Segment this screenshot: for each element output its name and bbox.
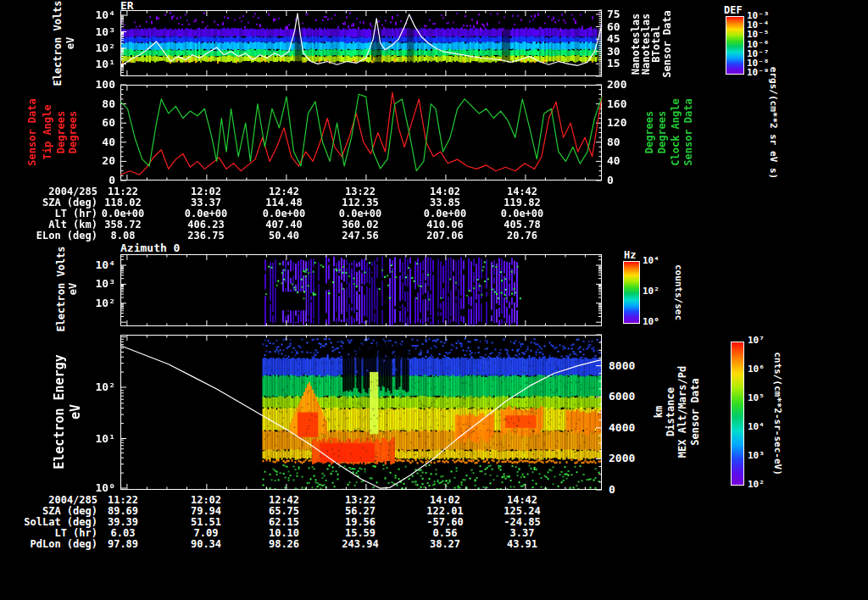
table2-value: 38.27 — [411, 539, 479, 550]
p4-right-tick: 0 — [609, 484, 646, 496]
axis-label: eV — [70, 404, 81, 419]
p4-right-tick: 6000 — [609, 391, 646, 403]
p1-ytick: 10³ — [81, 26, 115, 38]
cb3-tick: 10² — [748, 480, 773, 490]
p1-ytick: 10⁴ — [81, 9, 115, 21]
p2-left-tick: 20 — [81, 155, 115, 167]
colorbar-cnts — [731, 342, 744, 486]
p2-left-tick: 80 — [81, 98, 115, 110]
panel4-overlay — [120, 335, 602, 490]
table1-value: 20.76 — [488, 231, 556, 242]
p2-left-tick: 40 — [81, 136, 115, 148]
p1-ytick: 10¹ — [81, 58, 115, 70]
axis-label: MEX Alt/Mars/Pd — [677, 366, 687, 458]
p4-ytick: 10¹ — [81, 433, 115, 445]
axis-label: Electron Volts — [53, 0, 63, 86]
p3-ytick: 10³ — [81, 278, 115, 290]
colorbar1-title: DEF — [724, 5, 743, 16]
axis-label: Degrees — [644, 111, 654, 154]
axis-label: Sensor Data — [27, 98, 37, 165]
axis-label: Degrees — [56, 111, 66, 154]
axis-label: Sensor Data — [690, 378, 700, 445]
p4-ytick: 10⁰ — [81, 482, 115, 494]
cb3-tick: 10³ — [748, 451, 773, 461]
colorbar3-unit-label: cnts/(cm**2-sr-sec-eV) — [772, 352, 782, 475]
panel3-title: Azimuth 0 — [120, 242, 180, 253]
axis-label: Degrees — [68, 111, 78, 154]
p1-ytick: 10² — [81, 42, 115, 54]
table2-value: 98.26 — [250, 539, 318, 550]
p2-right-tick: 160 — [607, 98, 641, 110]
cb2-tick: 10⁴ — [643, 256, 668, 266]
cb3-tick: 10⁷ — [748, 336, 773, 346]
table1-value: 8.08 — [89, 231, 157, 242]
axis-label: Degrees — [657, 111, 667, 154]
table2-value: 97.89 — [89, 539, 157, 550]
axis-label: Nanoteslas — [631, 14, 641, 75]
table2-value: 243.94 — [326, 539, 394, 550]
axis-label: km — [654, 406, 664, 418]
p2-right-tick: 80 — [607, 136, 641, 148]
table1-row-label: ELon (deg) — [0, 231, 97, 242]
p2-left-tick: 60 — [81, 117, 115, 129]
p2-left-tick: 100 — [81, 79, 115, 91]
axis-label: Electron Energy — [54, 354, 64, 469]
p4-right-tick: 2000 — [609, 453, 646, 464]
p2-left-tick: 0 — [81, 175, 115, 186]
axis-label: Sensor Data — [683, 98, 693, 165]
axis-label: Electron Volts — [56, 246, 66, 331]
p3-ytick: 10² — [81, 297, 115, 309]
table2-row-label: PdLon (deg) — [0, 539, 97, 550]
p2-right-tick: 0 — [607, 175, 641, 186]
colorbar2-title: Hz — [624, 250, 636, 261]
table1-value: 207.06 — [411, 231, 479, 242]
cb1-tick: 10⁻⁹ — [747, 68, 776, 78]
p2-right-tick: 200 — [607, 79, 641, 91]
cb3-tick: 10⁶ — [748, 364, 773, 375]
p2-right-tick: 40 — [607, 155, 641, 167]
colorbar1-unit-label: ergs/(cm**2 sr eV s) — [768, 67, 778, 179]
axis-label: eV — [65, 37, 75, 49]
table1-value: 50.40 — [250, 231, 318, 242]
axis-label: Sensor Data — [662, 10, 672, 77]
p3-ytick: 10⁴ — [81, 259, 115, 271]
p4-ytick: 10² — [81, 381, 115, 393]
mgs-mex-orbit-summary-plot: ER Azimuth 0 DEF Hz ergs/(cm**2 sr eV s)… — [0, 0, 868, 600]
panel2-overlay — [120, 85, 602, 181]
axis-label: BTotal — [651, 25, 661, 62]
cb2-tick: 10² — [643, 286, 668, 297]
table2-value: 90.34 — [172, 539, 240, 550]
panel3-overlay — [120, 254, 602, 326]
p4-right-tick: 8000 — [609, 360, 646, 372]
p4-right-tick: 4000 — [609, 422, 646, 434]
cb3-tick: 10⁵ — [748, 393, 773, 403]
axis-label: Distance — [665, 387, 676, 436]
p2-right-tick: 120 — [607, 117, 641, 129]
panel1-overlay — [120, 10, 602, 76]
table2-value: 43.91 — [488, 539, 556, 550]
axis-label: Nanoteslas — [641, 14, 651, 75]
cb3-tick: 10⁴ — [748, 422, 773, 432]
axis-label: eV — [68, 283, 78, 295]
table1-value: 247.56 — [326, 231, 394, 242]
axis-label: Tip Angle — [42, 104, 53, 159]
table1-value: 236.75 — [172, 231, 240, 242]
cb2-tick: 10⁰ — [643, 317, 668, 327]
colorbar-hz — [623, 261, 640, 324]
colorbar2-unit-label: counts/sec — [673, 264, 683, 320]
colorbar-def — [726, 16, 744, 75]
axis-label: Clock Angle — [670, 98, 681, 165]
